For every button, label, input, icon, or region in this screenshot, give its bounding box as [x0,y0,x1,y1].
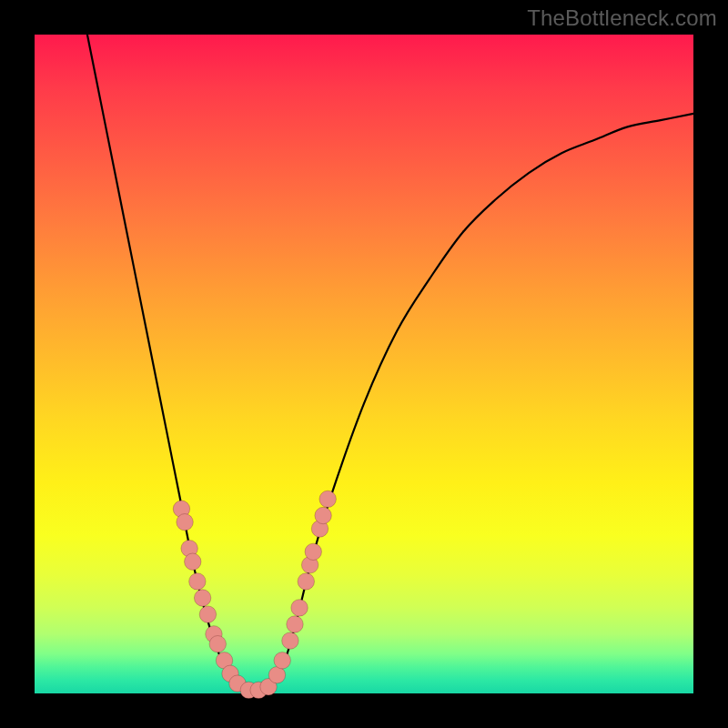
chart-frame: TheBottleneck.com [0,0,728,728]
data-dot [298,573,314,590]
data-dot [319,490,336,507]
curve-svg [35,35,693,693]
data-dot [274,652,290,669]
plot-area [35,35,693,693]
bottleneck-curve [87,35,693,695]
data-dot [282,632,298,649]
data-dot [177,514,193,531]
data-dot [199,606,216,622]
watermark-text: TheBottleneck.com [527,5,717,31]
data-dot [189,573,206,590]
data-dot [305,543,321,560]
data-dot [315,507,331,523]
data-dot [194,590,210,606]
data-dots [173,490,336,698]
data-dot [209,636,226,652]
data-dot [291,600,308,616]
data-dot [185,553,201,570]
data-dot [287,616,303,632]
